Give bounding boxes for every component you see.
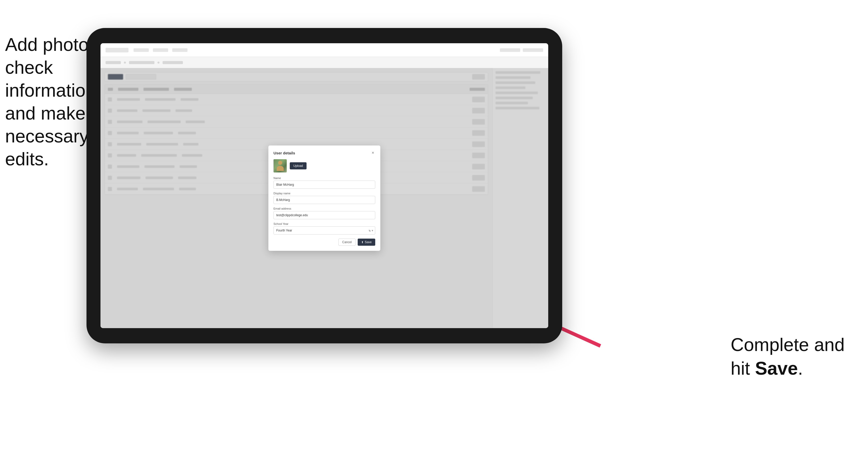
avatar-image xyxy=(274,159,287,173)
header-right-1 xyxy=(500,48,520,52)
header-right-2 xyxy=(523,48,543,52)
select-clear-icon[interactable]: × xyxy=(368,229,370,232)
tablet-device: User details × Upload xyxy=(87,28,562,343)
app-logo xyxy=(105,48,128,53)
breadcrumb-sep xyxy=(124,62,126,64)
app-nav xyxy=(133,48,187,52)
nav-item-2 xyxy=(153,48,168,52)
modal-header: User details × xyxy=(274,151,375,155)
page-content: User details × Upload xyxy=(100,68,548,328)
email-input[interactable] xyxy=(274,211,375,219)
annotation-right: Complete and hit Save. xyxy=(731,333,853,380)
school-year-select-wrapper: × ▲▼ xyxy=(274,226,375,235)
save-icon: ⬆ xyxy=(361,241,364,244)
name-field-group: Name xyxy=(274,177,375,189)
breadcrumb-1 xyxy=(105,61,121,64)
breadcrumb-3 xyxy=(162,61,183,64)
display-name-input[interactable] xyxy=(274,196,375,204)
name-input[interactable] xyxy=(274,181,375,189)
user-details-modal: User details × Upload xyxy=(269,146,380,251)
nav-item-1 xyxy=(133,48,149,52)
tablet-screen: User details × Upload xyxy=(100,43,548,328)
sub-header xyxy=(100,57,548,68)
display-name-field-group: Display name xyxy=(274,192,375,204)
app-header xyxy=(100,43,548,57)
breadcrumb-2 xyxy=(129,61,154,64)
modal-overlay: User details × Upload xyxy=(100,68,548,328)
nav-item-3 xyxy=(172,48,187,52)
school-year-input[interactable] xyxy=(274,226,375,235)
name-label: Name xyxy=(274,177,375,180)
email-label: Email address xyxy=(274,207,375,210)
display-name-label: Display name xyxy=(274,192,375,195)
save-label: Save xyxy=(365,240,372,244)
school-year-label: School Year xyxy=(274,222,375,225)
save-button[interactable]: ⬆ Save xyxy=(358,239,375,246)
photo-section: Upload xyxy=(274,159,375,173)
modal-footer: Cancel ⬆ Save xyxy=(274,239,375,246)
modal-close-button[interactable]: × xyxy=(371,151,375,155)
breadcrumb-sep-2 xyxy=(157,62,159,64)
cancel-button[interactable]: Cancel xyxy=(338,239,355,246)
upload-photo-button[interactable]: Upload xyxy=(290,162,307,169)
email-field-group: Email address xyxy=(274,207,375,219)
modal-title: User details xyxy=(274,151,295,155)
app-header-right xyxy=(500,48,543,52)
school-year-field-group: School Year × ▲▼ xyxy=(274,222,375,235)
avatar-thumbnail xyxy=(274,159,287,173)
